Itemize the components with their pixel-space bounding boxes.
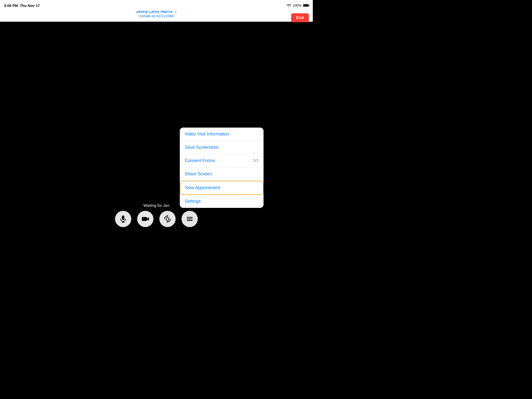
menu-item-label-new-appointment: New Appointment [185,185,220,190]
popup-menu: Video Visit InformationSave ScreenshotCo… [180,128,264,208]
menu-item-video-visit-info[interactable]: Video Visit Information [180,128,264,141]
svg-marker-4 [147,217,149,221]
status-left: 3:06 PM Thu Nov 17 [4,3,40,8]
menu-item-consent-forms[interactable]: Consent Forms0/3 [180,154,264,167]
svg-rect-0 [122,216,124,220]
svg-rect-8 [187,217,193,218]
svg-point-5 [166,217,169,220]
status-date: Thu Nov 17 [20,3,40,8]
end-button[interactable]: End [291,13,309,22]
battery-percent: 100% [293,3,301,7]
svg-marker-7 [166,221,168,223]
patient-demographics: Female 42 02/11/1980 [139,14,174,18]
drag-indicator [154,12,159,13]
waiting-text: Waiting for Jen [143,203,169,208]
menu-item-share-screen[interactable]: Share Screen [180,167,264,181]
svg-rect-3 [142,217,147,221]
menu-item-badge-consent-forms: 0/3 [253,159,259,163]
menu-item-label-consent-forms: Consent Forms [185,158,215,163]
video-area: Waiting for Jen Video Visit InformationS… [0,22,313,234]
menu-icon [186,215,194,223]
menu-item-save-screenshot[interactable]: Save Screenshot [180,141,264,154]
more-menu-button[interactable] [182,211,198,227]
menu-item-label-share-screen: Share Screen [185,171,212,177]
status-right: 100% [287,3,309,7]
menu-item-label-settings: Settings [185,199,201,204]
menu-item-settings[interactable]: Settings [180,195,264,208]
microphone-icon [119,215,127,223]
wifi-icon [287,4,291,7]
svg-rect-10 [187,220,193,221]
flip-camera-button[interactable] [159,211,176,227]
menu-item-new-appointment[interactable]: New Appointment [180,181,264,195]
camera-button[interactable] [137,211,153,227]
battery-icon [303,4,309,7]
bottom-controls [115,211,198,227]
svg-rect-9 [187,219,193,219]
menu-item-label-save-screenshot: Save Screenshot [185,145,218,150]
menu-item-label-video-visit-info: Video Visit Information [185,132,229,137]
flip-camera-icon [164,215,171,223]
svg-marker-6 [166,215,168,216]
status-time: 3:06 PM [4,3,18,8]
microphone-button[interactable] [115,211,131,227]
status-bar: 3:06 PM Thu Nov 17 100% [0,0,313,11]
camera-icon [141,215,149,223]
